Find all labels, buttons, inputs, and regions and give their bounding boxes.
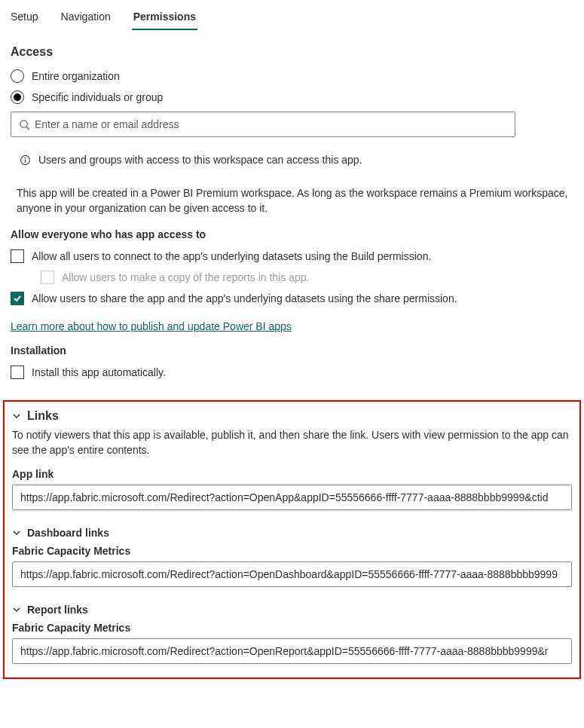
tabs-bar: Setup Navigation Permissions <box>0 0 584 30</box>
access-section: Access Entire organization Specific indi… <box>0 30 584 173</box>
cb-share-row[interactable]: Allow users to share the app and the app… <box>11 292 573 305</box>
tab-navigation[interactable]: Navigation <box>60 6 112 30</box>
radio-specific-label: Specific individuals or group <box>32 91 163 103</box>
learn-more-link[interactable]: Learn more about how to publish and upda… <box>0 314 302 338</box>
chevron-down-icon <box>12 605 21 614</box>
dashboard-links-collapse[interactable]: Dashboard links <box>12 527 572 539</box>
cb-build-label: Allow all users to connect to the app's … <box>32 250 431 262</box>
people-search-input[interactable] <box>30 117 507 132</box>
cb-build-row[interactable]: Allow all users to connect to the app's … <box>11 249 573 263</box>
svg-point-3 <box>25 157 26 158</box>
search-icon <box>19 119 30 130</box>
cb-copy <box>41 271 54 284</box>
report-links-collapse[interactable]: Report links <box>12 604 572 616</box>
cb-share[interactable] <box>11 292 24 305</box>
cb-install-auto-label: Install this app automatically. <box>32 366 166 378</box>
radio-entire-org[interactable] <box>11 69 24 83</box>
access-heading: Access <box>11 45 573 59</box>
links-desc: To notify viewers that this app is avail… <box>12 427 572 458</box>
app-link-input[interactable] <box>12 485 572 510</box>
workspace-access-info-text: Users and groups with access to this wor… <box>38 154 362 166</box>
svg-rect-4 <box>25 159 26 163</box>
cb-copy-label: Allow users to make a copy of the report… <box>62 271 309 283</box>
radio-entire-org-row[interactable]: Entire organization <box>11 69 573 83</box>
chevron-down-icon <box>12 411 21 421</box>
premium-note: This app will be created in a Power BI P… <box>0 173 584 222</box>
app-link-label: App link <box>12 468 572 480</box>
radio-entire-org-label: Entire organization <box>32 70 120 82</box>
info-icon <box>20 154 31 166</box>
report-link-input[interactable] <box>12 638 572 664</box>
svg-point-0 <box>20 120 27 127</box>
radio-specific[interactable] <box>11 90 24 104</box>
report-links-heading: Report links <box>27 604 88 616</box>
cb-share-label: Allow users to share the app and the app… <box>32 292 457 304</box>
cb-copy-row: Allow users to make a copy of the report… <box>11 271 573 284</box>
allow-heading: Allow everyone who has app access to <box>0 222 584 245</box>
cb-install-auto-row[interactable]: Install this app automatically. <box>11 366 573 379</box>
svg-line-1 <box>26 127 29 129</box>
dashboard-links-heading: Dashboard links <box>27 527 109 539</box>
cb-build[interactable] <box>11 249 24 263</box>
dashboard-link-label: Fabric Capacity Metrics <box>12 545 572 557</box>
cb-install-auto[interactable] <box>11 366 24 379</box>
report-link-label: Fabric Capacity Metrics <box>12 622 572 634</box>
installation-heading: Installation <box>0 338 584 361</box>
dashboard-link-input[interactable] <box>12 561 572 587</box>
workspace-access-info: Users and groups with access to this wor… <box>11 145 573 170</box>
tab-permissions[interactable]: Permissions <box>132 6 197 30</box>
tab-setup[interactable]: Setup <box>9 6 40 30</box>
people-search-wrap[interactable] <box>11 112 515 137</box>
links-heading: Links <box>27 409 59 423</box>
links-collapse[interactable]: Links <box>12 409 572 423</box>
links-section: Links To notify viewers that this app is… <box>3 400 581 680</box>
radio-specific-row[interactable]: Specific individuals or group <box>11 90 573 104</box>
chevron-down-icon <box>12 528 21 537</box>
